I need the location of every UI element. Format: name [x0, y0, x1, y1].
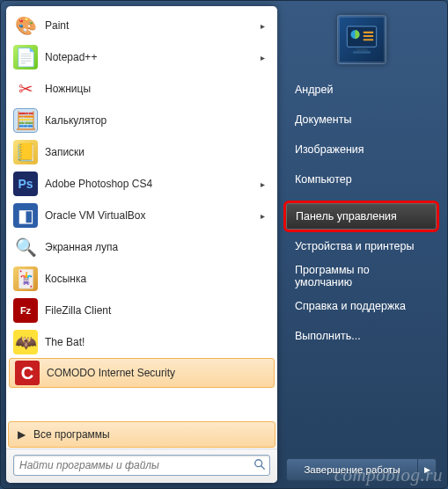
- system-item-run[interactable]: Выполнить...: [286, 323, 437, 349]
- program-label: COMODO Internet Security: [47, 367, 268, 379]
- system-item-label: Программы по умолчанию: [295, 264, 428, 288]
- control-panel-monitor-icon: [344, 22, 379, 57]
- user-picture-frame[interactable]: [337, 15, 386, 64]
- program-label: Oracle VM VirtualBox: [45, 209, 261, 222]
- system-item-computer[interactable]: Компьютер: [286, 166, 437, 193]
- program-label: Косынка: [45, 273, 270, 285]
- program-item[interactable]: 🎨Paint▸: [8, 10, 275, 41]
- start-menu-left-panel: 🎨Paint▸📄Notepad++▸✂Ножницы🧮Калькулятор📒З…: [6, 6, 277, 483]
- program-label: The Bat!: [45, 336, 270, 348]
- program-label: FileZilla Client: [45, 304, 270, 317]
- virtualbox-icon: ◧: [13, 203, 38, 228]
- system-item-devices-printers[interactable]: Устройства и принтеры: [286, 233, 437, 259]
- system-item-help-support[interactable]: Справка и поддержка: [286, 293, 437, 319]
- program-label: Adobe Photoshop CS4: [45, 178, 261, 190]
- submenu-arrow-icon: ▸: [261, 21, 270, 31]
- program-label: Записки: [45, 146, 270, 158]
- search-row: [6, 449, 277, 483]
- system-item-pictures[interactable]: Изображения: [286, 136, 437, 163]
- system-item-documents[interactable]: Документы: [286, 106, 437, 133]
- notepad-plus-plus-icon: 📄: [13, 45, 38, 69]
- calculator-icon: 🧮: [13, 108, 38, 133]
- submenu-arrow-icon: ▸: [261, 53, 270, 62]
- submenu-arrow-icon: ▸: [261, 179, 270, 189]
- thebat-icon: 🦇: [13, 330, 38, 354]
- filezilla-icon: Fz: [13, 298, 38, 323]
- shutdown-button[interactable]: Завершение работы: [286, 458, 417, 481]
- program-label: Paint: [45, 19, 261, 32]
- program-item[interactable]: 📄Notepad++▸: [8, 41, 275, 73]
- start-menu-right-panel: АндрейДокументыИзображенияКомпьютерПанел…: [277, 1, 447, 488]
- search-input[interactable]: [14, 459, 250, 471]
- magnifier-icon: 🔍: [13, 235, 38, 259]
- search-icon: [250, 458, 269, 473]
- svg-rect-6: [363, 32, 373, 33]
- shutdown-label: Завершение работы: [304, 464, 400, 475]
- program-label: Экранная лупа: [45, 241, 270, 253]
- system-item-control-panel[interactable]: Панель управления: [286, 203, 437, 230]
- svg-rect-4: [353, 51, 371, 54]
- system-item-label: Документы: [295, 113, 351, 126]
- program-item[interactable]: CCOMODO Internet Security: [9, 358, 275, 388]
- program-item[interactable]: ◧Oracle VM VirtualBox▸: [8, 200, 275, 231]
- system-item-user-name[interactable]: Андрей: [286, 77, 437, 103]
- program-item[interactable]: FzFileZilla Client: [8, 295, 275, 326]
- system-folders-list: АндрейДокументыИзображенияКомпьютерПанел…: [286, 77, 437, 458]
- shutdown-row: Завершение работы ▶: [286, 458, 437, 481]
- scissors-icon: ✂: [13, 77, 38, 101]
- program-list: 🎨Paint▸📄Notepad++▸✂Ножницы🧮Калькулятор📒З…: [6, 6, 277, 420]
- program-item[interactable]: 🦇The Bat!: [8, 326, 275, 358]
- svg-rect-8: [363, 39, 373, 40]
- all-programs-button[interactable]: ▶ Все программы: [8, 421, 275, 448]
- triangle-right-icon: ▶: [424, 465, 430, 474]
- photoshop-icon: Ps: [13, 172, 38, 196]
- separator: [286, 196, 437, 203]
- program-label: Notepad++: [45, 51, 261, 63]
- program-item[interactable]: PsAdobe Photoshop CS4▸: [8, 168, 275, 200]
- program-label: Калькулятор: [45, 114, 270, 127]
- svg-rect-7: [363, 35, 373, 37]
- program-item[interactable]: 🔍Экранная лупа: [8, 231, 275, 263]
- shutdown-options-button[interactable]: ▶: [417, 458, 437, 481]
- system-item-label: Справка и поддержка: [295, 300, 406, 312]
- program-item[interactable]: 🧮Калькулятор: [8, 105, 275, 136]
- search-box[interactable]: [13, 455, 270, 476]
- system-item-label: Выполнить...: [295, 330, 361, 342]
- comodo-icon: C: [15, 361, 40, 385]
- system-item-label: Компьютер: [295, 173, 352, 186]
- program-item[interactable]: 📒Записки: [8, 136, 275, 168]
- paint-icon: 🎨: [13, 13, 38, 38]
- system-item-label: Изображения: [295, 143, 364, 156]
- solitaire-icon: 🃏: [13, 266, 38, 291]
- system-item-label: Устройства и принтеры: [295, 240, 414, 252]
- system-item-label: Панель управления: [296, 210, 397, 223]
- program-label: Ножницы: [45, 83, 270, 95]
- svg-line-1: [261, 465, 265, 469]
- system-item-default-programs[interactable]: Программы по умолчанию: [286, 263, 437, 289]
- submenu-arrow-icon: ▸: [261, 211, 270, 221]
- program-item[interactable]: ✂Ножницы: [8, 73, 275, 105]
- svg-rect-3: [356, 48, 367, 51]
- all-programs-label: Все программы: [33, 428, 275, 441]
- program-item[interactable]: 🃏Косынка: [8, 263, 275, 295]
- sticky-notes-icon: 📒: [13, 140, 38, 164]
- system-item-label: Андрей: [295, 84, 333, 96]
- triangle-right-icon: ▶: [9, 428, 33, 441]
- start-menu: 🎨Paint▸📄Notepad++▸✂Ножницы🧮Калькулятор📒З…: [0, 0, 448, 489]
